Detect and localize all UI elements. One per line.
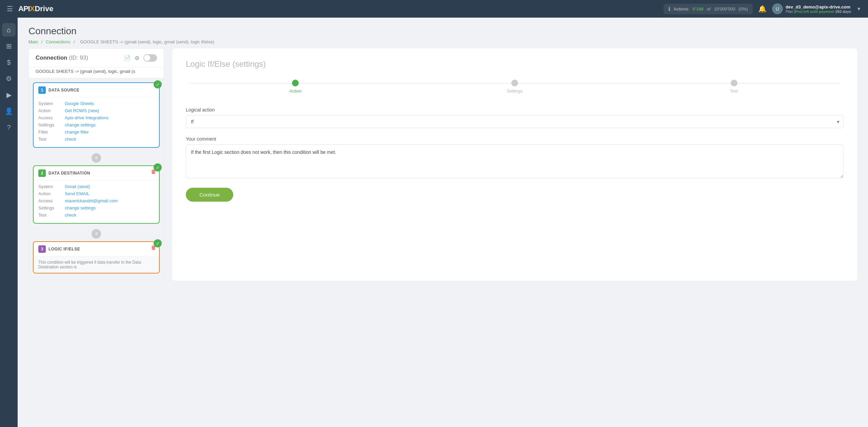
connection-title: Connection (ID: 93) (36, 55, 120, 61)
sidebar-item-grid[interactable]: ⊞ (2, 39, 16, 53)
user-plan: Plan |Pro| left until payment 292 days (786, 9, 851, 14)
logic-card-wrapper: 3 LOGIC IF/ELSE 🗑 This condition will be… (33, 241, 160, 273)
breadcrumb-main[interactable]: Main (28, 39, 38, 44)
sidebar: ⌂ ⊞ $ ⚙ ▶ 👤 ? (0, 18, 18, 427)
source-filter-link[interactable]: change filter (65, 129, 89, 135)
logical-action-select-wrapper: If Else If Else ▾ (186, 115, 844, 128)
user-info: dev_d3_demo@apix-drive.com Plan |Pro| le… (786, 4, 851, 14)
data-destination-card: 2 DATA DESTINATION 🗑 System Gmail (send) (33, 165, 160, 224)
source-system-link[interactable]: Google Sheets (65, 101, 94, 106)
continue-button[interactable]: Continue (186, 188, 233, 202)
cards-area: 1 DATA SOURCE System Google Sheets (29, 78, 164, 280)
add-step-button-1[interactable]: + (92, 153, 101, 163)
add-card-plus-2: + (33, 226, 160, 241)
breadcrumb: Main / Connections / GOOGLE SHEETS -> (g… (28, 39, 857, 44)
panel-title: Logic If/Else (settings) (186, 59, 844, 69)
table-row: System Google Sheets (38, 101, 154, 106)
step-settings: Settings (405, 80, 625, 94)
data-destination-body: System Gmail (send) Action Send EMAIL Ac… (34, 181, 159, 223)
main-content: Connection Main / Connections / GOOGLE S… (18, 18, 868, 427)
table-row: Filter change filter (38, 129, 154, 135)
data-destination-card-wrapper: 2 DATA DESTINATION 🗑 System Gmail (send) (33, 165, 160, 224)
card-num-1: 1 (38, 86, 46, 94)
breadcrumb-connections[interactable]: Connections (46, 39, 70, 44)
table-row: Access Apix-drive Integrations (38, 115, 154, 120)
your-comment-textarea[interactable] (186, 144, 844, 178)
data-destination-title: DATA DESTINATION (48, 171, 90, 176)
stepper: Action Settings Test (186, 80, 844, 94)
table-row: Action Send EMAIL (38, 191, 154, 196)
app-logo: API X Drive (18, 4, 53, 13)
actions-count: 6'188 (693, 6, 704, 12)
actions-label: Actions: (674, 6, 689, 12)
table-row: Test check (38, 212, 154, 218)
data-source-header: 1 DATA SOURCE (34, 83, 159, 98)
user-menu[interactable]: U dev_d3_demo@apix-drive.com Plan |Pro| … (772, 3, 851, 14)
logical-action-group: Logical action If Else If Else ▾ (186, 107, 844, 128)
sidebar-item-tools[interactable]: ⚙ (2, 72, 16, 85)
logo-api-text: API (18, 4, 30, 13)
connection-header: Connection (ID: 93) 📄 ⚙ (29, 49, 164, 67)
logic-title: LOGIC IF/ELSE (48, 247, 80, 251)
source-check-icon: ✓ (154, 80, 162, 88)
logic-footer-note: This condition will be triggered if data… (34, 257, 159, 273)
hamburger-menu[interactable]: ☰ (7, 5, 13, 13)
page-body: Connection (ID: 93) 📄 ⚙ GOOGLE SHEETS ->… (18, 48, 868, 291)
step-settings-circle (511, 80, 518, 86)
card-num-2: 2 (38, 169, 46, 177)
logic-header: 3 LOGIC IF/ELSE 🗑 (34, 242, 159, 257)
table-row: Settings change settings (38, 122, 154, 127)
settings-icon[interactable]: ⚙ (135, 55, 139, 61)
add-card-plus-1: + (33, 150, 160, 165)
bell-icon[interactable]: 🔔 (758, 5, 767, 13)
add-step-button-2[interactable]: + (92, 229, 101, 239)
connection-toggle[interactable] (143, 54, 157, 62)
sidebar-item-home[interactable]: ⌂ (2, 23, 16, 37)
source-settings-link[interactable]: change settings (65, 122, 96, 127)
document-icon[interactable]: 📄 (124, 55, 131, 61)
user-email: dev_d3_demo@apix-drive.com (786, 4, 851, 9)
table-row: Test check (38, 137, 154, 142)
dest-system-link[interactable]: Gmail (send) (65, 184, 90, 189)
info-icon: ℹ (668, 6, 670, 12)
user-dropdown-chevron-icon[interactable]: ▼ (856, 6, 861, 12)
actions-pct: (0%) (738, 6, 748, 12)
step-test: Test (624, 80, 844, 94)
logical-action-select[interactable]: If Else If Else (186, 115, 844, 128)
sidebar-item-play[interactable]: ▶ (2, 88, 16, 102)
dest-test-link[interactable]: check (65, 212, 76, 218)
source-access-link[interactable]: Apix-drive Integrations (65, 115, 108, 120)
page-title: Connection (28, 26, 857, 37)
dest-access-link[interactable]: maverickandrii@gmail.com (65, 198, 118, 203)
data-source-body: System Google Sheets Action Get ROWS (ne… (34, 98, 159, 147)
your-comment-group: Your comment (186, 136, 844, 180)
avatar: U (772, 3, 783, 14)
breadcrumb-current: GOOGLE SHEETS -> (gmail (send), logic, g… (80, 39, 214, 44)
table-row: Settings change settings (38, 205, 154, 210)
source-action-link[interactable]: Get ROWS (new) (65, 108, 99, 113)
dest-settings-link[interactable]: change settings (65, 205, 96, 210)
connection-subtitle: GOOGLE SHEETS -> (gmail (send), logic, g… (29, 67, 164, 78)
card-num-3: 3 (38, 245, 46, 253)
sidebar-item-billing[interactable]: $ (2, 56, 16, 69)
data-destination-header: 2 DATA DESTINATION 🗑 (34, 166, 159, 181)
top-navigation: ☰ API X Drive ℹ Actions: 6'188 of 10'000… (0, 0, 868, 18)
table-row: Access maverickandrii@gmail.com (38, 198, 154, 203)
logo-x-text: X (30, 4, 35, 13)
your-comment-label: Your comment (186, 136, 844, 142)
page-header: Connection Main / Connections / GOOGLE S… (18, 18, 868, 48)
dest-action-link[interactable]: Send EMAIL (65, 191, 90, 196)
step-action-circle (292, 80, 299, 86)
left-panel: Connection (ID: 93) 📄 ⚙ GOOGLE SHEETS ->… (28, 48, 164, 281)
source-test-link[interactable]: check (65, 137, 76, 142)
destination-check-icon: ✓ (154, 163, 162, 171)
step-action-label: Action (289, 88, 301, 94)
step-test-circle (731, 80, 737, 86)
data-source-card-wrapper: 1 DATA SOURCE System Google Sheets (33, 82, 160, 148)
logical-action-label: Logical action (186, 107, 844, 113)
data-source-title: DATA SOURCE (48, 88, 79, 93)
data-source-card: 1 DATA SOURCE System Google Sheets (33, 82, 160, 148)
sidebar-item-help[interactable]: ? (2, 121, 16, 134)
right-panel: Logic If/Else (settings) Action Settings (172, 48, 857, 281)
sidebar-item-user[interactable]: 👤 (2, 104, 16, 118)
